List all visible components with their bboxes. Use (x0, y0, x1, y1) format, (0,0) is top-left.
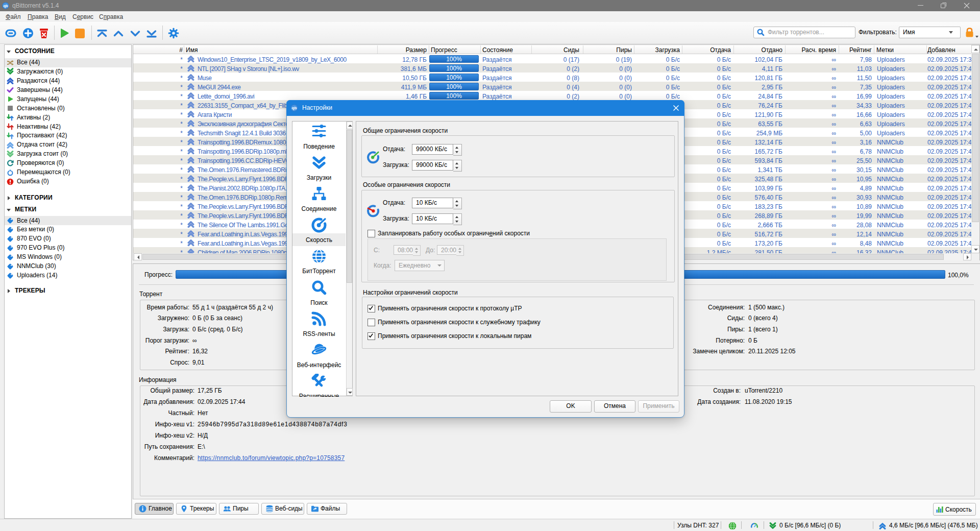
svg-text:qb: qb (3, 4, 8, 8)
svg-text:qb: qb (292, 106, 297, 110)
